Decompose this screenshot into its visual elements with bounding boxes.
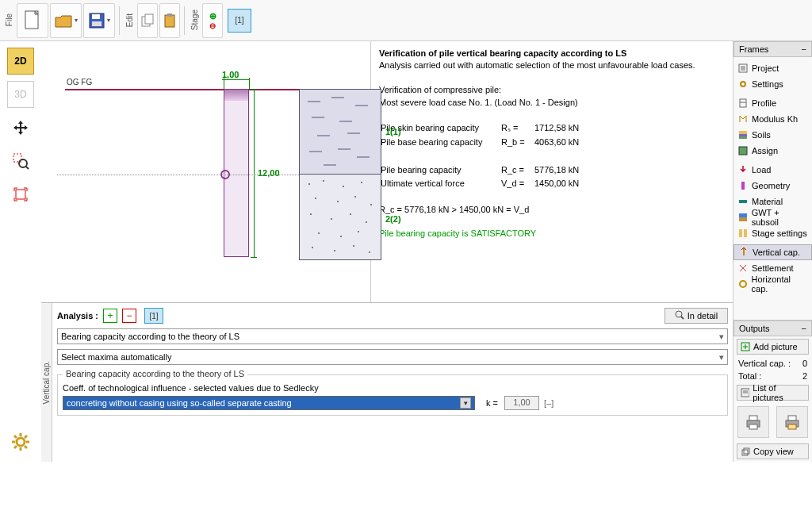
- svg-rect-79: [749, 416, 757, 420]
- method-select[interactable]: Bearing capacity according to the theory…: [57, 328, 728, 344]
- analysis-remove-button[interactable]: −: [122, 309, 136, 323]
- svg-point-45: [340, 236, 342, 237]
- frame-load[interactable]: Load: [733, 162, 812, 178]
- svg-rect-60: [739, 131, 747, 134]
- svg-rect-65: [739, 200, 747, 203]
- svg-line-52: [681, 317, 684, 319]
- svg-rect-83: [788, 424, 796, 429]
- settings-gear-button[interactable]: [7, 428, 34, 455]
- frame-profile[interactable]: Profile: [733, 95, 812, 111]
- new-button[interactable]: [17, 3, 48, 38]
- analysis-add-button[interactable]: +: [103, 309, 117, 323]
- results-title: Verification of pile vertical bearing ca…: [379, 48, 626, 58]
- coeff-label: Coeff. of technological influence - sele…: [63, 383, 722, 393]
- viewport-2d[interactable]: OG FG 1,00 12,00: [41, 41, 371, 302]
- svg-point-71: [740, 281, 746, 287]
- soils-icon: [738, 130, 748, 140]
- in-detail-button[interactable]: In detail: [665, 308, 728, 324]
- file-label: File: [3, 13, 15, 26]
- paste-button[interactable]: [159, 3, 180, 38]
- frame-project[interactable]: Project: [733, 60, 812, 76]
- svg-point-12: [17, 438, 25, 446]
- frame-modulus[interactable]: Modulus Kh: [733, 111, 812, 127]
- analysis-num[interactable]: [1]: [144, 308, 163, 324]
- method-group: Bearing capacity according to the theory…: [57, 374, 728, 416]
- outputs-header: Outputs−: [733, 320, 812, 336]
- svg-line-20: [25, 436, 27, 438]
- maxima-select[interactable]: Select maxima automatically▾: [57, 349, 728, 365]
- results-ok: Pile bearing capacity is SATISFACTORY: [379, 228, 536, 238]
- view-3d-button[interactable]: 3D: [7, 81, 34, 108]
- svg-point-51: [676, 311, 682, 317]
- svg-point-42: [350, 213, 351, 215]
- analysis-label: Analysis :: [57, 311, 98, 320]
- soil-layer-1: [299, 89, 381, 175]
- frame-geometry[interactable]: Geometry: [733, 178, 812, 194]
- svg-point-40: [310, 213, 312, 215]
- frame-soils[interactable]: Soils: [733, 127, 812, 143]
- svg-point-41: [331, 218, 332, 220]
- copy-button[interactable]: [137, 3, 158, 38]
- k-label: k =: [486, 398, 498, 408]
- view-tools: 2D 3D: [0, 41, 41, 462]
- svg-rect-80: [749, 424, 757, 429]
- add-pic-icon: [741, 342, 750, 351]
- svg-line-10: [26, 167, 29, 169]
- view-2d-button[interactable]: 2D: [7, 48, 34, 75]
- save-button[interactable]: ▾: [83, 3, 115, 38]
- stage-1-button[interactable]: [1]: [228, 9, 251, 33]
- frame-stage-settings[interactable]: Stage settings: [733, 225, 812, 241]
- add-picture-button[interactable]: Add picture: [737, 339, 809, 355]
- open-button[interactable]: ▾: [50, 3, 82, 38]
- print-button-2[interactable]: [776, 406, 808, 438]
- copy-view-button[interactable]: Copy view: [737, 443, 809, 459]
- frames-header: Frames−: [733, 41, 812, 57]
- svg-point-47: [312, 247, 313, 248]
- material-icon: [738, 197, 748, 206]
- svg-point-39: [370, 204, 372, 205]
- svg-point-57: [741, 82, 745, 86]
- svg-rect-61: [739, 134, 747, 136]
- main-toolbar: File ▾ ▾ Edit Stage ⊕⊖ [1]: [0, 0, 812, 41]
- copy-icon: [741, 447, 750, 456]
- svg-rect-82: [788, 416, 796, 420]
- extents-button[interactable]: [7, 181, 34, 208]
- zoom-button[interactable]: [7, 148, 34, 175]
- k-value: 1,00: [504, 396, 539, 410]
- frame-gwt[interactable]: GWT + subsoil: [733, 209, 812, 225]
- svg-point-36: [315, 198, 316, 199]
- svg-point-38: [354, 196, 356, 198]
- frame-material[interactable]: Material: [733, 194, 812, 209]
- frames-list: Project Settings Profile Modulus Kh Soil…: [733, 57, 812, 295]
- technology-select[interactable]: concreting without casing using so-calle…: [63, 396, 475, 410]
- list-pictures-button[interactable]: List of pictures: [737, 385, 809, 401]
- svg-line-17: [14, 436, 17, 438]
- results-sub: Analysis carried out with automatic sele…: [379, 60, 695, 70]
- svg-rect-58: [740, 99, 746, 107]
- frame-vertical-cap[interactable]: Vertical cap.: [733, 244, 812, 260]
- svg-rect-63: [739, 147, 747, 155]
- svg-point-9: [19, 159, 27, 167]
- svg-point-44: [318, 232, 320, 234]
- minimize-icon[interactable]: −: [802, 324, 806, 333]
- svg-point-37: [337, 201, 339, 202]
- list-icon: [738, 63, 748, 73]
- frame-horizontal-cap[interactable]: Horizontal cap.: [733, 276, 812, 292]
- frame-assign[interactable]: Assign: [733, 143, 812, 159]
- svg-line-18: [25, 446, 27, 448]
- pan-button[interactable]: [7, 114, 34, 141]
- frame-settlement[interactable]: Settlement: [733, 260, 812, 276]
- results-panel: Verification of pile vertical bearing ca…: [371, 41, 733, 302]
- outputs-panel: Outputs− Add picture Vertical cap. :0 To…: [733, 320, 812, 462]
- outputs-vcap-count: Vertical cap. :0: [733, 357, 812, 370]
- results-table: Pile skin bearing capacityRₛ =1712,58 kN…: [379, 121, 580, 150]
- frame-settings[interactable]: Settings: [733, 76, 812, 92]
- outputs-total-count: Total :2: [733, 370, 812, 382]
- svg-rect-6: [165, 15, 174, 27]
- right-sidebar: Frames− Project Settings Profile Modulus…: [733, 41, 812, 462]
- magnifier-icon: [675, 310, 684, 321]
- print-button-1[interactable]: [737, 406, 769, 438]
- stage-add-button[interactable]: ⊕⊖: [202, 3, 223, 38]
- gwt-icon: [738, 213, 748, 222]
- minimize-icon[interactable]: −: [802, 44, 806, 54]
